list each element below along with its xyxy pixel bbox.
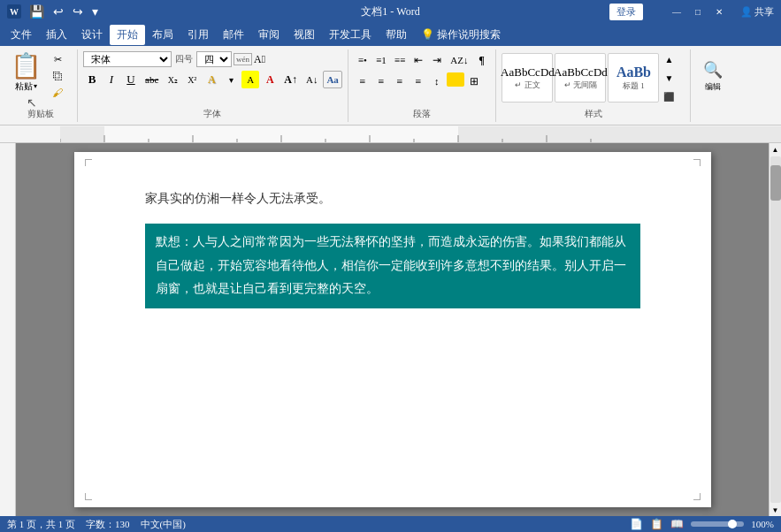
share-button[interactable]: 👤 共享 (740, 5, 774, 19)
font-clear-btn[interactable]: A⃝ (254, 53, 265, 66)
menu-mail[interactable]: 邮件 (216, 25, 251, 45)
clipboard-small-buttons: ✂ ⿻ 🖌 (45, 51, 70, 101)
style-h1-preview: AaBb (616, 65, 651, 80)
style-no-space[interactable]: AaBbCcDd ↵ 无间隔 (555, 53, 606, 103)
page-info: 第 1 页，共 1 页 (7, 518, 75, 531)
font-color-dropdown[interactable]: ▾ (222, 71, 240, 88)
title-bar: W 💾 ↩ ↪ ▾ 文档1 - Word 登录 — □ ✕ 👤 共享 (0, 0, 781, 23)
clipboard-group: 📋 粘贴▾ ✂ ⿻ 🖌 ↖ (4, 49, 78, 122)
text-effect-button[interactable]: A (203, 71, 220, 88)
font-size-select[interactable]: 四号 三号 二号 (196, 51, 232, 67)
corner-tr (693, 159, 701, 166)
view-read-btn[interactable]: 📄 (630, 518, 643, 531)
clipboard-area: 📋 粘贴▾ ✂ ⿻ 🖌 ↖ (9, 51, 70, 111)
shading-btn[interactable] (447, 72, 464, 87)
scroll-down-btn[interactable]: ▼ (770, 504, 782, 516)
styles-expand-btn[interactable]: ⬛ (662, 88, 676, 104)
cut-button[interactable]: ✂ (45, 51, 70, 67)
quickaccess-more-btn[interactable]: ▾ (89, 3, 101, 21)
styles-scroll-up[interactable]: ▲ (662, 51, 676, 67)
save-quick-btn[interactable]: 💾 (27, 3, 47, 21)
underline-button[interactable]: U (122, 71, 140, 88)
show-hide-btn[interactable]: ¶ (472, 51, 490, 69)
style-normal[interactable]: AaBbCcDd ↵ 正文 (502, 53, 553, 103)
subscript-button[interactable]: X₂ (164, 71, 181, 88)
restore-button[interactable]: □ (689, 4, 707, 19)
sort-btn[interactable]: AZ↓ (447, 51, 471, 69)
title-bar-right: 登录 — □ ✕ 👤 共享 (609, 4, 774, 20)
increase-indent-btn[interactable]: ⇥ (428, 51, 446, 69)
style-heading1[interactable]: AaBb 标题 1 (608, 53, 659, 103)
shrink-font-btn[interactable]: A↓ (302, 71, 321, 88)
menu-start[interactable]: 开始 (110, 25, 145, 45)
paste-icon: 📋 (11, 53, 42, 80)
align-center-btn[interactable]: ≡ (372, 72, 390, 90)
document-area: 家具实的仿湘一样令人无法承受。 默想：人与人之间常常因为一些无法释怀的坚持，而造… (0, 143, 781, 516)
font-size-increase-btn[interactable]: wén (234, 53, 252, 65)
bold-button[interactable]: B (83, 71, 101, 88)
zoom-slider[interactable] (691, 521, 744, 527)
line-spacing-btn[interactable]: ↕ (428, 72, 446, 90)
undo-quick-btn[interactable]: ↩ (50, 3, 66, 21)
menu-help[interactable]: 帮助 (379, 25, 414, 45)
search-icon: 🔍 (703, 60, 723, 80)
menu-review[interactable]: 审阅 (251, 25, 287, 45)
borders-btn[interactable]: ⊞ (465, 72, 483, 90)
highlighted-text-block[interactable]: 默想：人与人之间常常因为一些无法释怀的坚持，而造成永远的伤害。如果我们都能从自己… (145, 224, 640, 308)
close-button[interactable]: ✕ (710, 4, 728, 19)
login-button[interactable]: 登录 (609, 4, 643, 20)
menu-design[interactable]: 设计 (74, 25, 110, 45)
highlight-button[interactable]: A (241, 71, 259, 88)
format-painter-button[interactable]: 🖌 (45, 85, 70, 101)
menu-search[interactable]: 💡 操作说明搜索 (414, 25, 508, 45)
underline-button-group: U (122, 71, 140, 88)
bullet-list-btn[interactable]: ≡• (354, 51, 371, 69)
align-left-btn[interactable]: ≡ (354, 72, 371, 90)
italic-button[interactable]: I (103, 71, 120, 88)
align-justify-btn[interactable]: ≡ (410, 72, 427, 90)
styles-scroll-down[interactable]: ▼ (662, 70, 676, 86)
title-bar-left: W 💾 ↩ ↪ ▾ (7, 3, 101, 21)
redo-quick-btn[interactable]: ↪ (70, 3, 86, 21)
ruler-svg (60, 126, 781, 142)
vertical-scrollbar: ▲ ▼ (769, 143, 781, 516)
font-name-select[interactable]: 宋体 (83, 51, 172, 67)
menu-layout[interactable]: 布局 (145, 25, 180, 45)
view-web-btn[interactable]: 📖 (670, 518, 684, 531)
scroll-track[interactable] (770, 156, 781, 503)
grow-font-btn[interactable]: A↑ (280, 71, 301, 88)
scroll-thumb[interactable] (770, 165, 781, 201)
zoom-level[interactable]: 100% (751, 519, 774, 529)
word-icon: W (7, 4, 21, 19)
align-right-btn[interactable]: ≡ (391, 72, 409, 90)
superscript-button[interactable]: X² (183, 71, 201, 88)
view-print-btn[interactable]: 📋 (650, 518, 663, 531)
strikethrough-button[interactable]: abc (142, 71, 162, 88)
scroll-up-btn[interactable]: ▲ (770, 143, 782, 156)
window-title: 文档1 - Word (361, 4, 419, 19)
menu-developer[interactable]: 开发工具 (322, 25, 379, 45)
doc-scroll-area: 家具实的仿湘一样令人无法承受。 默想：人与人之间常常因为一些无法释怀的坚持，而造… (16, 143, 769, 516)
numbered-list-btn[interactable]: ≡1 (372, 51, 390, 69)
decrease-indent-btn[interactable]: ⇤ (410, 51, 427, 69)
menu-reference[interactable]: 引用 (180, 25, 216, 45)
font-color-a[interactable]: A (261, 71, 279, 88)
styles-label: 样式 (496, 108, 690, 120)
corner-tl (85, 159, 92, 166)
page[interactable]: 家具实的仿湘一样令人无法承受。 默想：人与人之间常常因为一些无法释怀的坚持，而造… (74, 152, 711, 507)
search-button[interactable]: 🔍 编辑 (696, 51, 730, 101)
para-row1: ≡• ≡1 ≡≡ ⇤ ⇥ AZ↓ ¶ (354, 51, 491, 69)
menu-bar: 文件 插入 设计 开始 布局 引用 邮件 审阅 视图 开发工具 帮助 💡 操作说… (0, 23, 781, 46)
menu-view[interactable]: 视图 (287, 25, 322, 45)
paste-button[interactable]: 📋 粘贴▾ (9, 51, 43, 95)
change-case-btn[interactable]: Aa (323, 71, 341, 88)
ruler-area (0, 125, 781, 143)
zoom-thumb (728, 520, 737, 528)
status-right: 📄 📋 📖 100% (630, 518, 774, 531)
copy-button[interactable]: ⿻ (45, 68, 70, 84)
menu-insert[interactable]: 插入 (39, 25, 74, 45)
multilevel-list-btn[interactable]: ≡≡ (391, 51, 409, 69)
minimize-button[interactable]: — (668, 4, 685, 19)
menu-file[interactable]: 文件 (4, 25, 39, 45)
editing-group: 🔍 编辑 (691, 49, 735, 122)
